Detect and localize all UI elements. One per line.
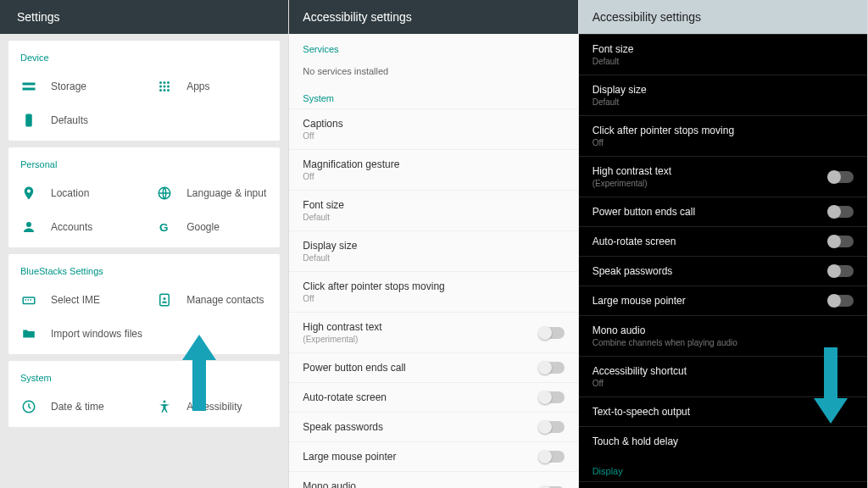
accessibility-body: Services No services installed System Ca… — [289, 34, 577, 488]
toggle-switch[interactable] — [828, 171, 854, 183]
settings-item-label: Import windows files — [51, 328, 142, 340]
settings-item-language-input[interactable]: Language & input — [144, 176, 280, 210]
toggle-switch[interactable] — [828, 265, 854, 277]
settings-item-import-windows-files[interactable]: Import windows files — [8, 317, 280, 351]
settings-item-accounts[interactable]: Accounts — [8, 210, 144, 244]
display-section-header: Display — [579, 456, 867, 481]
row-subtitle: Default — [593, 97, 854, 107]
accessibility-row-accessibility-shortcut[interactable]: Accessibility shortcutOff — [579, 356, 867, 396]
accessibility-row-speak-passwords[interactable]: Speak passwords — [579, 256, 867, 286]
accessibility-row-magnification-gesture[interactable]: Magnification gestureOff — [289, 149, 577, 190]
settings-item-label: Date & time — [51, 401, 104, 413]
accessibility-row-large-mouse-pointer[interactable]: Large mouse pointer — [289, 441, 577, 471]
row-title: High contrast text — [303, 321, 538, 333]
accessibility-row-captions[interactable]: CaptionsOff — [289, 108, 577, 149]
accessibility-row-auto-rotate-screen[interactable]: Auto-rotate screen — [289, 382, 577, 412]
svg-point-5 — [167, 86, 170, 88]
accessibility-row-mono-audio[interactable]: Mono audioCombine channels when playing … — [289, 471, 577, 488]
settings-item-location[interactable]: Location — [8, 176, 144, 210]
system-section-header: System — [289, 83, 577, 108]
toggle-switch[interactable] — [539, 421, 565, 433]
accounts-icon — [20, 219, 37, 236]
svg-text:G: G — [159, 221, 169, 234]
contacts-icon — [156, 291, 173, 308]
row-subtitle: Default — [593, 57, 854, 66]
settings-item-defaults[interactable]: Defaults — [8, 103, 280, 137]
settings-item-manage-contacts[interactable]: Manage contacts — [144, 283, 280, 317]
settings-item-label: Defaults — [51, 114, 88, 126]
accessibility-row-display-size[interactable]: Display sizeDefault — [289, 230, 577, 271]
settings-body: DeviceStorageAppsDefaultsPersonalLocatio… — [0, 34, 288, 427]
settings-item-storage[interactable]: Storage — [8, 69, 144, 103]
accessibility-row-display-size[interactable]: Display sizeDefault — [579, 75, 867, 115]
section-title: System — [8, 369, 280, 390]
settings-card: SystemDate & timeAccessibility — [8, 361, 280, 427]
settings-card: DeviceStorageAppsDefaults — [8, 41, 280, 141]
accessibility-row-high-contrast-text[interactable]: High contrast text(Experimental) — [289, 312, 577, 352]
accessibility-light-panel: Accessibility settings Services No servi… — [289, 0, 578, 488]
storage-icon — [20, 78, 37, 95]
accessibility-row-auto-rotate-screen[interactable]: Auto-rotate screen — [579, 226, 867, 256]
row-subtitle: Off — [303, 131, 564, 141]
section-title: BlueStacks Settings — [8, 263, 280, 283]
row-title: Power button ends call — [303, 362, 538, 374]
toggle-switch[interactable] — [539, 451, 565, 463]
settings-item-label: Accessibility — [186, 401, 242, 413]
row-subtitle: Default — [303, 253, 564, 263]
row-title: Display size — [593, 84, 854, 96]
svg-point-20 — [164, 401, 166, 403]
row-title: Display size — [303, 240, 564, 252]
svg-rect-16 — [31, 299, 32, 301]
accessibility-row-speak-passwords[interactable]: Speak passwords — [289, 412, 577, 441]
svg-point-11 — [26, 222, 31, 227]
svg-point-6 — [159, 89, 162, 92]
svg-point-1 — [164, 81, 166, 84]
toggle-switch[interactable] — [828, 236, 854, 247]
svg-point-2 — [167, 81, 170, 84]
settings-item-date-time[interactable]: Date & time — [8, 390, 144, 424]
svg-rect-9 — [25, 114, 32, 127]
row-title: Click after pointer stops moving — [593, 125, 854, 136]
accessibility-row-click-after-pointer-stops-moving[interactable]: Click after pointer stops movingOff — [289, 271, 577, 312]
row-title: Click after pointer stops moving — [303, 280, 564, 292]
toggle-switch[interactable] — [828, 295, 854, 307]
row-title: Speak passwords — [303, 421, 538, 433]
google-icon: G — [156, 219, 173, 236]
accessibility-row-text-to-speech-output[interactable]: Text-to-speech output — [579, 396, 867, 426]
settings-item-select-ime[interactable]: Select IME — [8, 283, 144, 317]
row-title: Auto-rotate screen — [303, 391, 538, 403]
toggle-switch[interactable] — [539, 362, 565, 374]
settings-item-label: Accounts — [51, 221, 92, 233]
toggle-switch[interactable] — [828, 206, 854, 218]
row-title: Captions — [303, 118, 564, 130]
accessibility-row-touch-hold-delay[interactable]: Touch & hold delay — [579, 426, 867, 456]
accessibility-row-click-after-pointer-stops-moving[interactable]: Click after pointer stops movingOff — [579, 115, 867, 156]
settings-item-accessibility[interactable]: Accessibility — [144, 390, 280, 424]
settings-card: PersonalLocationLanguage & inputAccounts… — [8, 147, 280, 247]
accessibility-dark-panel: Accessibility settings Font sizeDefaultD… — [579, 0, 868, 488]
datetime-icon — [20, 398, 37, 415]
accessibility-row-high-contrast-text[interactable]: High contrast text(Experimental) — [579, 156, 867, 197]
accessibility-row-color-inversion[interactable]: Color inversion(Experimental) May affect… — [579, 481, 867, 488]
accessibility-row-font-size[interactable]: Font sizeDefault — [579, 34, 867, 75]
svg-point-8 — [167, 89, 170, 92]
row-subtitle: Off — [303, 294, 564, 303]
svg-rect-14 — [25, 299, 27, 301]
row-title: Mono audio — [593, 324, 854, 336]
accessibility-row-power-button-ends-call[interactable]: Power button ends call — [579, 197, 867, 226]
settings-item-google[interactable]: GGoogle — [144, 210, 280, 244]
toggle-switch[interactable] — [539, 327, 565, 339]
settings-item-apps[interactable]: Apps — [144, 69, 280, 103]
accessibility-row-mono-audio[interactable]: Mono audioCombine channels when playing … — [579, 315, 867, 356]
accessibility-row-large-mouse-pointer[interactable]: Large mouse pointer — [579, 286, 867, 315]
accessibility-row-power-button-ends-call[interactable]: Power button ends call — [289, 352, 577, 382]
row-title: Mono audio — [303, 480, 538, 488]
row-title: Font size — [593, 43, 854, 55]
settings-item-label: Manage contacts — [186, 294, 264, 306]
toggle-switch[interactable] — [539, 391, 565, 403]
settings-item-label: Storage — [51, 80, 86, 92]
settings-item-label: Apps — [186, 80, 209, 92]
svg-point-4 — [164, 86, 166, 88]
accessibility-row-font-size[interactable]: Font sizeDefault — [289, 190, 577, 230]
import-icon — [20, 325, 37, 342]
